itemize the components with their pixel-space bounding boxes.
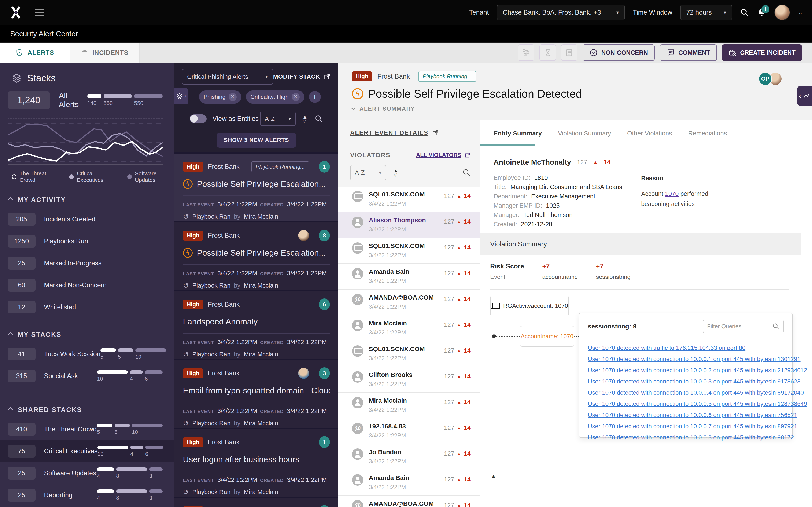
filter-chips: Phishing ✕ Criticality: High ✕ +: [199, 91, 331, 104]
user-avatar[interactable]: [774, 5, 790, 20]
chevron-down-icon: ▾: [265, 74, 268, 80]
chevron-down-icon[interactable]: ⌄: [798, 9, 803, 16]
violators-sort-select[interactable]: A-Z ▾: [350, 165, 386, 180]
detail-tab[interactable]: Entity Summary: [494, 130, 542, 137]
alert-count-badge: 1: [319, 161, 330, 173]
query-link[interactable]: User 1070 detected with connection to 10…: [588, 412, 784, 418]
stack-row[interactable]: 410 The Threat Crowd 5 5 10: [0, 418, 174, 440]
stack-row[interactable]: 315 Special Ask 10 4 6: [0, 365, 174, 387]
alert-card[interactable]: High Frost Bank 6: [174, 497, 338, 507]
analyst-initials-avatar[interactable]: OP: [758, 72, 772, 86]
activity-account-node[interactable]: RGActivityaccount: 1070: [490, 295, 569, 316]
violator-row[interactable]: Mira Mcclain 3/4/22 1:22PM 127 ▲ 14: [338, 393, 480, 418]
violator-row[interactable]: 192.168.4.83 3/4/22 1:22PM 127 ▲ 14: [338, 418, 480, 444]
section-shared-stacks[interactable]: SHARED STACKS: [8, 406, 174, 414]
alert-card[interactable]: High Frost Bank 8 ϟ Possible Self Privil…: [174, 221, 338, 290]
timeline-flyout-tab[interactable]: ‹: [797, 86, 812, 106]
tenant-select[interactable]: Chase Bank, BoA, Frost Bank, +3 ▾: [497, 5, 625, 20]
stack-row[interactable]: 41 Tues Work Session 5 5 10: [0, 343, 174, 365]
violator-type-icon: [352, 397, 363, 408]
workflow-icon-button[interactable]: [518, 44, 535, 61]
violator-name: SQL01.SCNX.COM: [369, 345, 425, 352]
tab-alerts[interactable]: ALERTS: [0, 43, 70, 62]
query-link[interactable]: User 1070 detected with connection to 10…: [588, 378, 784, 385]
query-link[interactable]: User 1070 detected with connection to 10…: [588, 367, 784, 374]
violator-row[interactable]: SQL01.SCNX.COM 3/4/22 1:22PM 127 ▲ 14: [338, 341, 480, 367]
non-concern-button[interactable]: NON-CONCERN: [582, 44, 655, 61]
accountname-node[interactable]: Accountname: 1070: [520, 326, 574, 347]
violator-row[interactable]: AMANDA@BOA.COM 3/4/22 1:22PM 127 ▲ 14: [338, 290, 480, 316]
view-as-entities-toggle[interactable]: [190, 114, 207, 123]
section-my-activity[interactable]: MY ACTIVITY: [8, 196, 174, 204]
sort-order-select[interactable]: A-Z ▾: [260, 112, 296, 126]
query-link[interactable]: User 1070 detected with connection to 10…: [588, 434, 784, 441]
filter-queries-field[interactable]: [703, 320, 784, 333]
remove-filter-icon[interactable]: ✕: [229, 93, 237, 101]
alert-card[interactable]: High Frost Bank Playbook Running... 1 ϟ …: [174, 152, 338, 221]
all-alerts-row[interactable]: 1,240 All Alerts 140 550 550: [8, 91, 163, 109]
activity-row[interactable]: 60 Marked Non-Concern: [0, 274, 174, 296]
query-link[interactable]: User 1070 detected with traffic to 176.2…: [588, 345, 784, 351]
violator-row[interactable]: Alisson Thompson 3/4/22 1:22PM 127 ▲ 14: [338, 212, 480, 238]
violator-row[interactable]: SQL01.SCNX.COM 3/4/22 1:22PM 127 ▲ 14: [338, 238, 480, 264]
notifications-button[interactable]: 1: [757, 7, 766, 17]
alert-summary-toggle[interactable]: ALERT SUMMARY: [352, 106, 799, 112]
search-icon[interactable]: [462, 168, 471, 177]
alert-card[interactable]: High Frost Bank 3 Email from typo-squatt…: [174, 359, 338, 428]
entity-field-value: Executive Management: [531, 193, 595, 200]
alert-card[interactable]: High Frost Bank 6 Landspeed Anomaly: [174, 290, 338, 359]
all-violators-link[interactable]: ALL VIOLATORS: [416, 152, 471, 158]
stack-row[interactable]: 25 Software Updates 4 8 3: [0, 462, 174, 484]
tab-incidents[interactable]: INCIDENTS: [70, 43, 140, 62]
stack-selector[interactable]: Critical Phishing Alerts ▾: [182, 69, 273, 84]
activity-row[interactable]: 12 Whitelisted: [0, 296, 174, 318]
query-link[interactable]: User 1070 detected with connection to 10…: [588, 423, 784, 430]
document-list-icon: [565, 48, 573, 57]
search-icon[interactable]: [315, 114, 323, 123]
violator-row[interactable]: Jo Bandan 3/4/22 1:22PM 127 ▲ 14: [338, 444, 480, 470]
detail-tab[interactable]: Remediations: [688, 130, 727, 137]
stack-row[interactable]: 25 Reporting 4 8 3: [0, 484, 174, 506]
filter-chip-criticality[interactable]: Criticality: High ✕: [246, 91, 304, 104]
violators-sort-direction[interactable]: ▲▽: [393, 169, 398, 176]
show-new-alerts-button[interactable]: SHOW 3 NEW ALERTS: [217, 133, 296, 148]
query-link[interactable]: User 1070 detected with connection to 10…: [588, 400, 784, 407]
time-window-select[interactable]: 72 hours ▾: [680, 5, 732, 20]
stack-row[interactable]: 75 Critical Executives 10 4 6: [0, 440, 174, 462]
account-link[interactable]: 1070: [665, 190, 679, 197]
add-filter-button[interactable]: +: [309, 91, 321, 103]
search-icon[interactable]: [772, 323, 779, 330]
violator-row[interactable]: Amanda Bain 3/4/22 1:22PM 127 ▲ 14: [338, 264, 480, 290]
filter-chip-phishing[interactable]: Phishing ✕: [199, 91, 241, 104]
activity-row[interactable]: 1250 Playbooks Run: [0, 230, 174, 252]
comment-button[interactable]: COMMENT: [660, 44, 717, 61]
detail-tab[interactable]: Other Violations: [627, 130, 672, 137]
last-event-label: LAST EVENT: [183, 271, 214, 277]
modify-stack-link[interactable]: MODIFY STACK: [273, 73, 331, 80]
remove-filter-icon[interactable]: ✕: [292, 93, 300, 101]
violator-row[interactable]: Amanda Bain 3/4/22 1:22PM 127 ▲ 14: [338, 470, 480, 496]
activity-row[interactable]: 205 Incidents Created: [0, 208, 174, 230]
hamburger-menu-icon[interactable]: [35, 9, 44, 16]
search-icon[interactable]: [740, 8, 749, 17]
stack-count-badge: 41: [8, 348, 36, 360]
detail-tab[interactable]: Violation Summary: [558, 130, 611, 137]
query-link[interactable]: User 1070 detected with connection to 10…: [588, 389, 784, 396]
app-logo-icon[interactable]: [9, 6, 22, 19]
filter-queries-input[interactable]: [707, 323, 772, 330]
sort-direction-toggle[interactable]: ▲▽: [302, 115, 307, 122]
query-link[interactable]: User 1070 detected with connection to 10…: [588, 356, 784, 362]
stacks-flyout-tab[interactable]: ›: [174, 88, 189, 104]
section-my-stacks[interactable]: MY STACKS: [8, 331, 174, 338]
activity-row[interactable]: 25 Marked In-Progress: [0, 252, 174, 274]
violators-heading: VIOLATORS: [350, 152, 390, 159]
violator-row[interactable]: AMANDA@BOA.COM 3/4/22 1:22PM 127 ▲ 14: [338, 496, 480, 507]
alert-event-details-link[interactable]: ALERT EVENT DETAILS: [350, 129, 468, 136]
violator-row[interactable]: SQL01.SCNX.COM 3/4/22 1:22PM 127 ▲ 14: [338, 186, 480, 212]
report-icon-button[interactable]: [561, 44, 577, 61]
violator-row[interactable]: Clifton Brooks 3/4/22 1:22PM 127 ▲ 14: [338, 367, 480, 393]
alert-card[interactable]: High Frost Bank 1 User logon after busin…: [174, 428, 338, 497]
history-icon-button[interactable]: [540, 44, 556, 61]
violator-row[interactable]: Mira Mcclain 3/4/22 1:22PM 127 ▲ 14: [338, 316, 480, 341]
create-incident-button[interactable]: CREATE INCIDENT: [722, 44, 802, 61]
